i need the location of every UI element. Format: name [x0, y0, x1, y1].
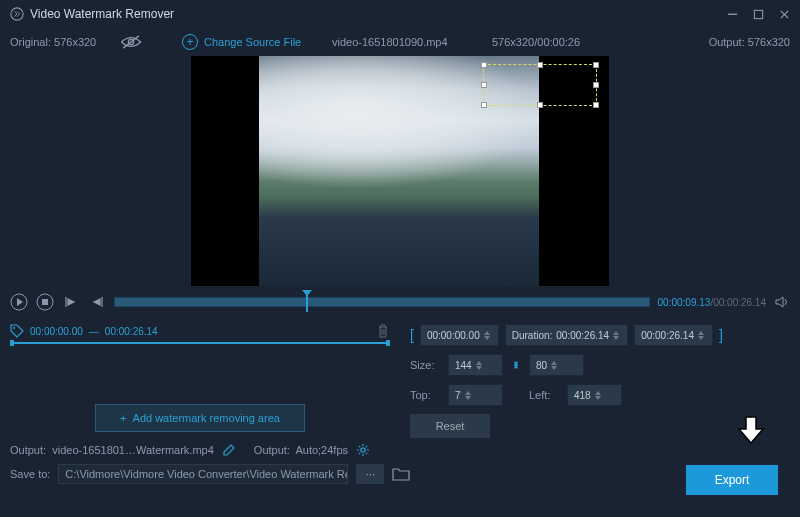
- left-label: Left:: [529, 389, 561, 401]
- output-settings-icon[interactable]: [356, 443, 370, 457]
- segment-tag-icon: [10, 324, 24, 338]
- handle-tm[interactable]: [537, 62, 543, 68]
- output-row: Output: video-1651801…Watermark.mp4 Outp…: [0, 438, 800, 462]
- spin-down[interactable]: [698, 336, 704, 340]
- playback-controls: 00:00:09.13/00:00:26.14: [0, 286, 800, 318]
- save-path-input[interactable]: C:\Vidmore\Vidmore Video Converter\Video…: [58, 464, 348, 484]
- segments-panel: 00:00:00.00 — 00:00:26.14 + Add watermar…: [0, 318, 400, 438]
- output-dim-label: Output: 576x320: [709, 36, 790, 48]
- output-format-label: Output: Auto;24fps: [254, 444, 348, 456]
- plus-icon: +: [120, 412, 126, 424]
- selection-box[interactable]: [483, 64, 597, 106]
- handle-bl[interactable]: [481, 102, 487, 108]
- svg-rect-7: [42, 299, 48, 305]
- close-button[interactable]: [778, 8, 790, 20]
- svg-point-9: [361, 448, 365, 452]
- top-input[interactable]: 7: [448, 384, 503, 406]
- output-file-label: Output: video-1651801…Watermark.mp4: [10, 444, 214, 456]
- save-row: Save to: C:\Vidmore\Vidmore Video Conver…: [0, 462, 800, 486]
- handle-br[interactable]: [593, 102, 599, 108]
- spin-down[interactable]: [484, 336, 490, 340]
- source-filename: video-1651801090.mp4: [332, 36, 492, 48]
- app-title: Video Watermark Remover: [30, 7, 726, 21]
- svg-point-8: [13, 327, 15, 329]
- plus-circle-icon: +: [182, 34, 198, 50]
- size-label: Size:: [410, 359, 442, 371]
- svg-rect-2: [754, 10, 762, 18]
- start-time-input[interactable]: 00:00:00.00: [420, 324, 499, 346]
- maximize-button[interactable]: [752, 8, 764, 20]
- volume-icon[interactable]: [774, 294, 790, 310]
- edit-output-icon[interactable]: [222, 443, 236, 457]
- handle-tl[interactable]: [481, 62, 487, 68]
- spin-down[interactable]: [476, 366, 482, 370]
- handle-mr[interactable]: [593, 82, 599, 88]
- preview-area: [0, 56, 800, 286]
- spin-up[interactable]: [551, 361, 557, 365]
- minimize-button[interactable]: [726, 8, 738, 20]
- spin-up[interactable]: [698, 331, 704, 335]
- delete-segment-icon[interactable]: [376, 324, 390, 338]
- top-label: Top:: [410, 389, 442, 401]
- spin-down[interactable]: [551, 366, 557, 370]
- reset-button[interactable]: Reset: [410, 414, 490, 438]
- original-dim-label: Original: 576x320: [10, 36, 120, 48]
- source-meta: 576x320/00:00:26: [492, 36, 709, 48]
- mark-in-button[interactable]: [62, 293, 80, 311]
- spin-up[interactable]: [465, 391, 471, 395]
- segment-item[interactable]: 00:00:00.00 — 00:00:26.14: [10, 324, 390, 344]
- spin-down[interactable]: [595, 396, 601, 400]
- open-folder-icon[interactable]: [392, 467, 410, 481]
- mark-out-button[interactable]: [88, 293, 106, 311]
- segment-sep: —: [89, 326, 99, 337]
- app-logo-icon: [10, 7, 24, 21]
- play-button[interactable]: [10, 293, 28, 311]
- export-button[interactable]: Export: [686, 465, 778, 495]
- width-input[interactable]: 144: [448, 354, 503, 376]
- bracket-left-icon[interactable]: [: [410, 327, 414, 343]
- titlebar: Video Watermark Remover: [0, 0, 800, 28]
- add-area-button[interactable]: + Add watermark removing area: [95, 404, 305, 432]
- end-time-input[interactable]: 00:00:26.14: [634, 324, 713, 346]
- link-aspect-icon[interactable]: [509, 358, 523, 372]
- handle-tr[interactable]: [593, 62, 599, 68]
- change-source-label: Change Source File: [204, 36, 301, 48]
- left-input[interactable]: 418: [567, 384, 622, 406]
- spin-down[interactable]: [465, 396, 471, 400]
- info-bar: Original: 576x320 + Change Source File v…: [0, 28, 800, 56]
- spin-up[interactable]: [613, 331, 619, 335]
- spin-up[interactable]: [484, 331, 490, 335]
- bracket-right-icon[interactable]: ]: [719, 327, 723, 343]
- seek-thumb[interactable]: [302, 292, 312, 302]
- height-input[interactable]: 80: [529, 354, 584, 376]
- add-area-label: Add watermark removing area: [133, 412, 280, 424]
- download-arrow-icon: [737, 415, 765, 445]
- segment-bar[interactable]: [10, 342, 390, 344]
- handle-bm[interactable]: [537, 102, 543, 108]
- spin-up[interactable]: [595, 391, 601, 395]
- edit-panels: 00:00:00.00 — 00:00:26.14 + Add watermar…: [0, 318, 800, 438]
- svg-rect-1: [727, 13, 736, 14]
- change-source-button[interactable]: + Change Source File: [182, 34, 332, 50]
- spin-down[interactable]: [613, 336, 619, 340]
- browse-button[interactable]: ···: [356, 464, 384, 484]
- time-display: 00:00:09.13/00:00:26.14: [658, 297, 766, 308]
- seek-slider[interactable]: [114, 297, 650, 307]
- duration-input[interactable]: Duration:00:00:26.14: [505, 324, 628, 346]
- video-preview[interactable]: [191, 56, 609, 286]
- save-to-label: Save to:: [10, 468, 50, 480]
- stop-button[interactable]: [36, 293, 54, 311]
- preview-toggle-icon[interactable]: [120, 35, 142, 49]
- spin-up[interactable]: [476, 361, 482, 365]
- segment-end: 00:00:26.14: [105, 326, 158, 337]
- segment-start: 00:00:00.00: [30, 326, 83, 337]
- handle-ml[interactable]: [481, 82, 487, 88]
